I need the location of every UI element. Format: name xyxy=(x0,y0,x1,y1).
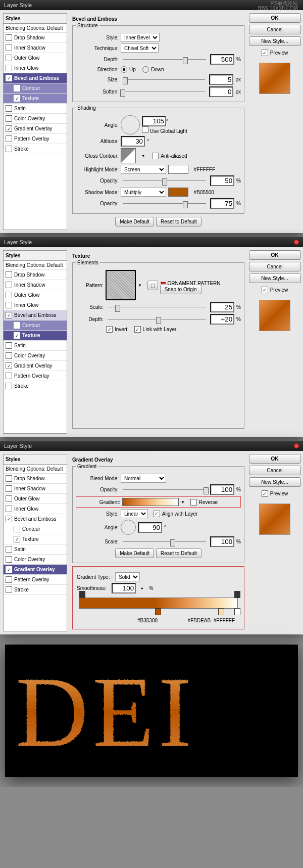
h-opacity-slider[interactable] xyxy=(123,178,206,184)
close-icon[interactable] xyxy=(294,240,299,245)
fx-pattern-overlay[interactable]: Pattern Overlay xyxy=(4,575,67,585)
blending-options[interactable]: Blending Options: Default xyxy=(4,24,67,33)
titlebar[interactable]: Layer Style xyxy=(0,237,303,247)
gradient-bar[interactable] xyxy=(79,598,238,609)
scale-slider[interactable] xyxy=(108,304,206,310)
fx-color-overlay[interactable]: Color Overlay xyxy=(4,114,67,124)
reset-default-button[interactable]: Reset to Default xyxy=(156,549,201,558)
fx-pattern-overlay[interactable]: Pattern Overlay xyxy=(4,371,67,381)
grad-style-select[interactable]: Linear xyxy=(121,509,148,518)
preview-check[interactable] xyxy=(262,287,268,293)
preview-check[interactable] xyxy=(262,50,268,56)
global-light-check[interactable] xyxy=(142,126,148,133)
invert-check[interactable] xyxy=(106,326,113,333)
align-layer-check[interactable] xyxy=(154,511,160,517)
angle-input[interactable] xyxy=(142,116,166,126)
fx-grad-overlay[interactable]: Gradient Overlay xyxy=(4,361,67,371)
color-stop[interactable] xyxy=(155,608,161,615)
fx-texture[interactable]: Texture xyxy=(4,331,67,341)
opacity-slider[interactable] xyxy=(123,487,206,493)
link-layer-check[interactable] xyxy=(134,326,141,333)
blend-mode-select[interactable]: Normal xyxy=(121,474,166,483)
depth-input[interactable] xyxy=(210,54,234,65)
opacity-stop[interactable] xyxy=(234,591,240,598)
titlebar[interactable]: Layer Style xyxy=(0,0,303,10)
antialias-check[interactable] xyxy=(152,153,159,159)
s-opacity-slider[interactable] xyxy=(123,201,206,207)
grad-type-select[interactable]: Solid xyxy=(115,572,140,581)
blending-options[interactable]: Blending Options: Default xyxy=(4,261,67,270)
size-slider[interactable] xyxy=(123,77,205,83)
fx-grad-overlay[interactable]: Gradient Overlay xyxy=(4,565,67,575)
angle-input[interactable] xyxy=(138,522,162,533)
fx-bevel[interactable]: Bevel and Emboss xyxy=(4,310,67,321)
fx-texture[interactable]: Texture xyxy=(4,534,67,544)
depth-input[interactable] xyxy=(210,314,234,325)
opacity-input[interactable] xyxy=(210,484,234,495)
fx-pattern-overlay[interactable]: Pattern Overlay xyxy=(4,134,67,144)
fx-bevel[interactable]: Bevel and Emboss xyxy=(4,514,67,524)
cancel-button[interactable]: Cancel xyxy=(249,466,301,475)
make-default-button[interactable]: Make Default xyxy=(115,217,154,226)
angle-dial[interactable] xyxy=(121,520,136,535)
ok-button[interactable]: OK xyxy=(249,454,301,464)
dir-up-radio[interactable] xyxy=(121,66,127,73)
pattern-swatch[interactable] xyxy=(106,270,136,300)
fx-outer-glow[interactable]: Outer Glow xyxy=(4,494,67,504)
fx-contour[interactable]: Contour xyxy=(4,321,67,331)
new-style-button[interactable]: New Style... xyxy=(249,477,301,487)
scale-input[interactable] xyxy=(210,536,234,547)
color-stop[interactable] xyxy=(234,608,240,615)
s-opacity-input[interactable] xyxy=(210,198,234,209)
fx-drop-shadow[interactable]: Drop Shadow xyxy=(4,474,67,484)
fx-texture[interactable]: Texture xyxy=(4,94,67,104)
shadow-mode[interactable]: Multiply xyxy=(121,188,166,197)
opacity-stop[interactable] xyxy=(79,591,85,598)
reset-default-button[interactable]: Reset to Default xyxy=(156,217,201,226)
size-input[interactable] xyxy=(209,74,233,85)
h-opacity-input[interactable] xyxy=(210,175,234,186)
fx-outer-glow[interactable]: Outer Glow xyxy=(4,290,67,300)
highlight-color[interactable] xyxy=(168,165,188,174)
fx-inner-shadow[interactable]: Inner Shadow xyxy=(4,280,67,290)
scale-slider[interactable] xyxy=(123,539,206,545)
fx-outer-glow[interactable]: Outer Glow xyxy=(4,53,67,63)
style-select[interactable]: Inner Bevel xyxy=(121,33,160,42)
fx-satin[interactable]: Satin xyxy=(4,104,67,114)
ok-button[interactable]: OK xyxy=(249,13,301,23)
cancel-button[interactable]: Cancel xyxy=(249,262,301,271)
titlebar[interactable]: Layer Style xyxy=(0,441,303,451)
gradient-swatch[interactable] xyxy=(122,498,179,506)
fx-grad-overlay[interactable]: Gradient Overlay xyxy=(4,124,67,134)
cancel-button[interactable]: Cancel xyxy=(249,25,301,34)
dir-down-radio[interactable] xyxy=(142,66,149,73)
snap-origin-button[interactable]: Snap to Origin xyxy=(160,285,201,294)
gloss-contour[interactable] xyxy=(121,148,136,163)
fx-inner-shadow[interactable]: Inner Shadow xyxy=(4,484,67,494)
color-stop[interactable] xyxy=(218,608,224,615)
fx-inner-glow[interactable]: Inner Glow xyxy=(4,300,67,310)
fx-satin[interactable]: Satin xyxy=(4,341,67,351)
fx-inner-glow[interactable]: Inner Glow xyxy=(4,63,67,73)
blending-options[interactable]: Blending Options: Default xyxy=(4,465,67,474)
ok-button[interactable]: OK xyxy=(249,250,301,260)
fx-color-overlay[interactable]: Color Overlay xyxy=(4,555,67,565)
altitude-input[interactable] xyxy=(121,136,145,147)
soften-slider[interactable] xyxy=(123,89,205,95)
new-style-button[interactable]: New Style... xyxy=(249,273,301,283)
depth-slider[interactable] xyxy=(108,316,206,323)
shadow-color[interactable] xyxy=(168,188,188,197)
scale-input[interactable] xyxy=(210,302,234,312)
new-style-button[interactable]: New Style... xyxy=(249,36,301,46)
fx-bevel[interactable]: Bevel and Emboss xyxy=(4,73,67,83)
reverse-check[interactable] xyxy=(190,499,197,506)
pattern-new-icon[interactable]: ⬚ xyxy=(147,281,158,290)
depth-slider[interactable] xyxy=(123,57,206,63)
fx-color-overlay[interactable]: Color Overlay xyxy=(4,351,67,361)
soften-input[interactable] xyxy=(209,86,233,97)
fx-stroke[interactable]: Stroke xyxy=(4,381,67,391)
fx-contour[interactable]: Contour xyxy=(4,83,67,94)
fx-inner-shadow[interactable]: Inner Shadow xyxy=(4,43,67,53)
fx-drop-shadow[interactable]: Drop Shadow xyxy=(4,270,67,280)
preview-check[interactable] xyxy=(262,490,268,497)
